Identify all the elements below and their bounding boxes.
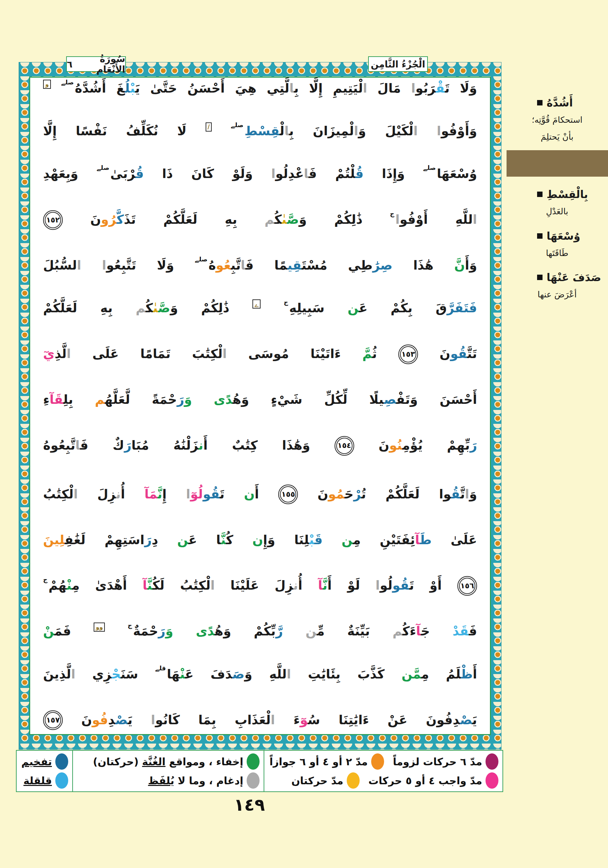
quran-word: وَهُدًى [214, 393, 249, 407]
word-segment: فَ [308, 166, 317, 181]
quran-word: أُنزِلَ [97, 488, 125, 501]
word-segment: ن [342, 533, 353, 547]
word-text: عَن [177, 533, 197, 547]
word-segment: وُسْعَهَا [437, 166, 477, 181]
word-text: سَبِيلِهِ [289, 301, 324, 315]
word-segment: قِي [288, 258, 302, 273]
word-segment: مًا [274, 258, 288, 273]
quran-word: ذَا [162, 167, 173, 181]
quran-word: أَن [244, 488, 259, 501]
quran-word: مُوسَى [248, 347, 289, 361]
word-segment: بِكُمْ [390, 301, 412, 315]
word-segment: وَلَوْ [232, 166, 253, 181]
word-segment: ا [216, 533, 221, 547]
quran-word: يَبْلُغَ [117, 82, 140, 96]
quran-word: سَنَجْزِي [92, 668, 138, 682]
quran-word: عَلَىٰ [451, 533, 477, 547]
quran-word: تُرْحَمُونَ [317, 488, 366, 501]
word-segment: غَ [117, 81, 125, 96]
word-text: اللَّهِ [455, 213, 477, 227]
word-segment: أَ [473, 667, 477, 682]
word-text: لَعَلَّكُمْ [43, 301, 77, 315]
word-segment: صَ [232, 667, 245, 682]
word-text: وَلَوْ [232, 167, 253, 181]
word-text: عَنْهَا [167, 668, 194, 682]
word-text: أَظْلَمُ [446, 668, 477, 682]
word-segment: قُو [203, 487, 220, 501]
word-segment: زِلَ [97, 487, 116, 501]
word-text: لَكُنَّآ [143, 579, 164, 593]
square-bullet-icon [537, 233, 543, 239]
word-segment: قُ [135, 166, 143, 181]
word-segment: زَلْنَٰهُ [173, 438, 199, 453]
word-segment: يَ [472, 713, 477, 727]
word-segment: فَ [245, 258, 253, 273]
quran-word: كَانُوا [151, 713, 180, 727]
word-text: لَعَلَّكُمْ [163, 213, 197, 227]
word-text: عَلَى [92, 347, 119, 361]
mushaf-page: { "page":{"number":"١٤٩"}, "header":{ "s… [0, 0, 608, 868]
word-segment: دَفَ [210, 667, 232, 682]
word-segment: ن [116, 487, 121, 501]
legend-entry: قلقلة [23, 772, 68, 789]
word-text: لَّعَلَّهُم [95, 393, 130, 407]
decorative-border-frame: وَلَاتَقْرَبُوامَالَالْيَتِيمِإِلَّابِال… [19, 62, 501, 750]
word-segment: بِمَا [199, 713, 216, 727]
word-text: مِن [342, 533, 361, 547]
word-segment: جْ [112, 667, 121, 682]
word-segment: م [393, 624, 403, 639]
word-text: هِيَ [235, 82, 257, 96]
margin-note: وُسْعَهَاطَاقَتَها [508, 230, 606, 259]
word-text: وَإِن [252, 533, 275, 547]
quran-word: بِلِقَآءِ [43, 393, 73, 407]
juz-name-cartouche: الْجُزْءُ الثَّامِن [368, 56, 428, 72]
quran-word: رَبِّهِمْ [447, 439, 477, 453]
word-segment: آ [415, 533, 420, 547]
verse-number-rosette: ١٥٧ [43, 710, 63, 730]
word-text: وَصَّىٰكُم [264, 213, 307, 227]
word-segment: أَهْدَىٰ [95, 578, 127, 593]
word-segment: م [264, 212, 274, 227]
quran-word: اللَّهِ [269, 668, 291, 682]
word-text: أَوْ [429, 579, 442, 593]
word-segment: لِكُمْ [334, 212, 356, 227]
quran-word: هَٰذَا [413, 259, 434, 273]
word-segment: أَوْ [429, 578, 442, 593]
quran-word: وَأَنَّ [454, 259, 477, 273]
word-segment: إِلَّا [43, 124, 57, 138]
word-segment: وَ [299, 212, 307, 227]
word-text: فَتَفَرَّقَ [435, 301, 477, 315]
word-segment: رْبَىٰ [110, 166, 135, 181]
quran-word: فَاتَّبِعُوهُ [43, 439, 88, 453]
legend-label-segment: الغُنَّة [142, 756, 166, 768]
word-segment: بِهِ [100, 301, 113, 315]
verse-number-rosette: ١٥٢ [43, 210, 63, 230]
legend-label: مدّ ٦ حركات لزوماً [393, 756, 482, 768]
word-text: حَتَّىٰ [150, 82, 177, 96]
legend-entry: تفخيم [21, 753, 68, 770]
word-text: تُرْحَمُونَ [317, 488, 366, 501]
quran-line: ١٥٦أَوْتَقُولُوالَوْأَنَّآأُنزِلَعَلَيْن… [43, 576, 477, 596]
quran-word: عَنْهَاقلے [155, 668, 193, 682]
quran-word: ءَايَٰتِنَا [339, 713, 369, 727]
word-text: فَاتَّبِعُوهُ [208, 259, 253, 273]
word-segment: لَوْ [347, 578, 360, 593]
word-segment: نَ [440, 347, 451, 361]
word-segment: مَّن [401, 667, 421, 682]
margin-note: أَشُدَّهُاستحكامَ قُوَّتِه؛بأنْ يَحتلِمَ [508, 97, 606, 143]
quran-word: جَآءَكُم [393, 625, 430, 639]
quran-word: أَوْفُواج [390, 213, 428, 227]
word-segment: نَّ [454, 258, 465, 273]
word-segment: ا [376, 578, 380, 593]
word-segment: وَ [358, 124, 366, 138]
word-text: وَإِذَا [382, 167, 405, 181]
word-segment: م [136, 301, 146, 315]
quran-word: وَهَٰذَا [282, 439, 310, 453]
word-segment: عَلَى [92, 347, 119, 361]
word-segment: كَانُو [155, 713, 180, 727]
quran-word: لَغَٰفِلِينَ [43, 533, 86, 547]
word-segment: لْمِيزَانَ [313, 124, 354, 138]
quran-word: كَذَّبَ [357, 668, 384, 682]
quran-word: الْيَتِيمِ [333, 82, 367, 96]
word-segment: م [95, 392, 105, 407]
